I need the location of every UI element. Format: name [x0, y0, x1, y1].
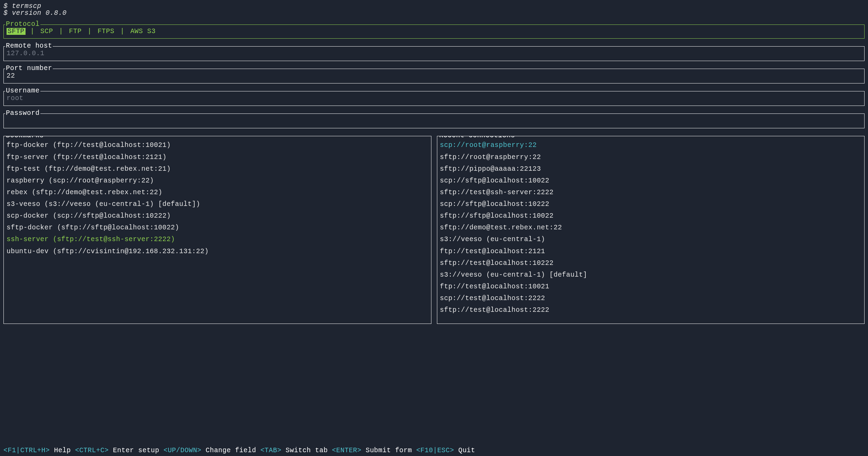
username-input[interactable] [7, 95, 861, 102]
recent-item[interactable]: s3://veeso (eu-central-1) [default] [440, 269, 862, 281]
bookmark-item[interactable]: ubuntu-dev (sftp://cvisintin@192.168.232… [7, 246, 428, 257]
bookmark-item[interactable]: ftp-docker (ftp://test@localhost:10021) [7, 139, 428, 151]
bookmark-item[interactable]: scp-docker (scp://sftp@localhost:10222) [7, 210, 428, 222]
bookmark-item[interactable]: ftp-server (ftp://test@localhost:2121) [7, 151, 428, 163]
protocol-field[interactable]: Protocol SFTP | SCP | FTP | FTPS | AWS S… [3, 24, 865, 39]
footer-key: <TAB> [260, 447, 281, 454]
footer-desc: Enter setup [113, 447, 159, 454]
password-input[interactable] [7, 117, 861, 125]
footer-key: <UP/DOWN> [164, 447, 202, 454]
username-legend: Username [5, 87, 40, 94]
bookmark-item[interactable]: ftp-test (ftp://demo@test.rebex.net:21) [7, 163, 428, 175]
app-name: termscp [12, 2, 41, 10]
bookmark-item[interactable]: sftp-docker (sftp://sftp@localhost:10022… [7, 222, 428, 234]
header-line-app: $ termscp [3, 3, 865, 10]
bookmark-item[interactable]: rebex (sftp://demo@test.rebex.net:22) [7, 187, 428, 198]
recent-item[interactable]: sftp://sftp@localhost:10022 [440, 210, 862, 222]
username-field[interactable]: Username [3, 91, 865, 106]
remote-host-input[interactable] [7, 50, 861, 57]
protocol-tab-aws-s3[interactable]: AWS S3 [129, 28, 157, 35]
recent-item[interactable]: sftp://root@raspberry:22 [440, 151, 862, 163]
bookmark-item[interactable]: s3-veeso (s3://veeso (eu-central-1) [def… [7, 198, 428, 210]
recents-legend: Recent connections [439, 136, 516, 139]
bookmark-item[interactable]: raspberry (scp://root@raspberry:22) [7, 175, 428, 187]
app-version: version 0.8.0 [12, 9, 67, 17]
protocol-legend: Protocol [5, 21, 40, 28]
protocol-tab-ftp[interactable]: FTP [68, 28, 83, 35]
tab-separator-icon: | [82, 28, 96, 35]
recent-item[interactable]: ftp://test@localhost:2121 [440, 246, 862, 257]
recent-item[interactable]: scp://root@raspberry:22 [440, 139, 862, 151]
footer-key: <CTRL+C> [75, 447, 109, 454]
port-field[interactable]: Port number [3, 69, 865, 83]
footer-desc: Change field [206, 447, 256, 454]
password-field[interactable]: Password [3, 113, 865, 128]
recent-item[interactable]: sftp://demo@test.rebex.net:22 [440, 222, 862, 234]
recent-item[interactable]: ftp://test@localhost:10021 [440, 281, 862, 293]
shell-prompt: $ [3, 9, 8, 17]
bookmarks-panel[interactable]: Bookmarks ftp-docker (ftp://test@localho… [3, 136, 431, 324]
footer-desc: Help [54, 447, 71, 454]
recent-item[interactable]: scp://test@localhost:2222 [440, 293, 862, 304]
protocol-tabs[interactable]: SFTP | SCP | FTP | FTPS | AWS S3 [7, 28, 861, 35]
recent-item[interactable]: scp://sftp@localhost:10022 [440, 175, 862, 187]
recent-item[interactable]: sftp://test@localhost:10222 [440, 257, 862, 269]
recent-item[interactable]: sftp://test@ssh-server:2222 [440, 187, 862, 198]
port-legend: Port number [5, 65, 53, 72]
remote-host-legend: Remote host [5, 42, 53, 49]
recent-item[interactable]: scp://sftp@localhost:10222 [440, 198, 862, 210]
header-line-version: $ version 0.8.0 [3, 10, 865, 17]
recent-item[interactable]: s3://veeso (eu-central-1) [440, 234, 862, 245]
password-legend: Password [5, 110, 40, 117]
bookmarks-list[interactable]: ftp-docker (ftp://test@localhost:10021)f… [7, 139, 428, 257]
protocol-tab-ftps[interactable]: FTPS [97, 28, 116, 35]
shell-prompt: $ [3, 2, 8, 10]
footer-desc: Submit form [365, 447, 412, 454]
protocol-tab-sftp[interactable]: SFTP [7, 28, 26, 35]
tab-separator-icon: | [26, 28, 39, 35]
footer-key: <F1|CTRL+H> [3, 447, 50, 454]
footer-desc: Switch tab [286, 447, 328, 454]
footer-desc: Quit [458, 447, 475, 454]
recents-panel[interactable]: Recent connections scp://root@raspberry:… [437, 136, 865, 324]
tab-separator-icon: | [115, 28, 129, 35]
recent-item[interactable]: sftp://pippo@aaaaa:22123 [440, 163, 862, 175]
protocol-tab-scp[interactable]: SCP [39, 28, 54, 35]
tab-separator-icon: | [54, 28, 68, 35]
footer-key: <F10|ESC> [416, 447, 454, 454]
remote-host-field[interactable]: Remote host [3, 46, 865, 61]
bookmarks-legend: Bookmarks [5, 136, 45, 139]
port-input[interactable] [7, 72, 861, 80]
recents-list[interactable]: scp://root@raspberry:22sftp://root@raspb… [440, 139, 862, 316]
recent-item[interactable]: sftp://test@localhost:2222 [440, 304, 862, 316]
footer-key: <ENTER> [332, 447, 361, 454]
footer-hints: <F1|CTRL+H> Help <CTRL+C> Enter setup <U… [3, 447, 475, 454]
bookmark-item[interactable]: ssh-server (sftp://test@ssh-server:2222) [7, 234, 428, 245]
